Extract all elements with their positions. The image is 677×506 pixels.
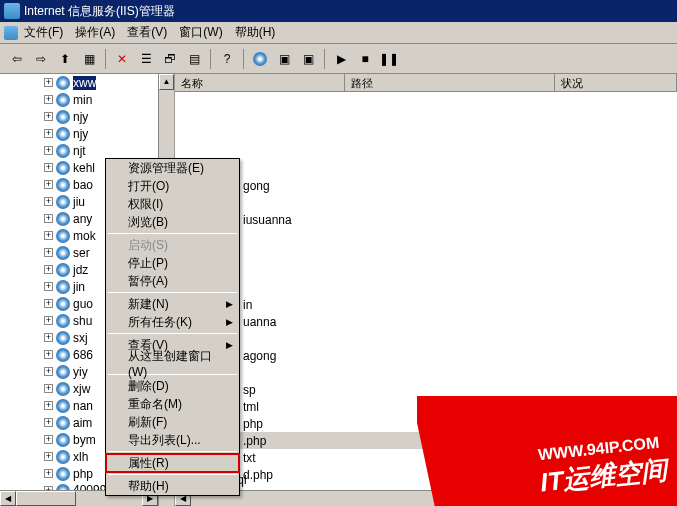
menu-item[interactable]: 新建(N)▶ xyxy=(106,295,239,313)
menu-item[interactable]: 停止(P) xyxy=(106,254,239,272)
forward-button[interactable]: ⇨ xyxy=(30,48,52,70)
expand-icon[interactable]: + xyxy=(44,384,53,393)
list-text: d.php xyxy=(243,468,273,482)
expand-icon[interactable]: + xyxy=(44,197,53,206)
list-item[interactable] xyxy=(175,279,677,296)
site-icon xyxy=(56,212,70,226)
menu-window[interactable]: 窗口(W) xyxy=(179,24,222,41)
menu-item[interactable]: 导出列表(L)... xyxy=(106,431,239,449)
menu-item[interactable]: 资源管理器(E) xyxy=(106,159,239,177)
site-icon xyxy=(56,331,70,345)
menu-label: 所有任务(K) xyxy=(128,314,192,331)
menu-help[interactable]: 帮助(H) xyxy=(235,24,276,41)
tree-item[interactable]: +xww xyxy=(0,74,174,91)
tree-item[interactable]: +njy xyxy=(0,125,174,142)
list-item[interactable]: in xyxy=(175,296,677,313)
expand-icon[interactable]: + xyxy=(44,418,53,427)
expand-icon[interactable]: + xyxy=(44,180,53,189)
expand-icon[interactable]: + xyxy=(44,78,53,87)
properties-button[interactable]: ☰ xyxy=(135,48,157,70)
expand-icon[interactable]: + xyxy=(44,112,53,121)
expand-icon[interactable]: + xyxy=(44,367,53,376)
site-icon xyxy=(56,433,70,447)
list-item[interactable] xyxy=(175,262,677,279)
menu-item[interactable]: 从这里创建窗口(W) xyxy=(106,354,239,372)
menu-file[interactable]: 文件(F) xyxy=(24,24,63,41)
expand-icon[interactable]: + xyxy=(44,333,53,342)
list-item[interactable] xyxy=(175,160,677,177)
list-item[interactable] xyxy=(175,143,677,160)
menu-item[interactable]: 浏览(B) xyxy=(106,213,239,231)
menu-item[interactable]: 所有任务(K)▶ xyxy=(106,313,239,331)
expand-icon[interactable]: + xyxy=(44,248,53,257)
list-item[interactable] xyxy=(175,330,677,347)
expand-icon[interactable]: + xyxy=(44,350,53,359)
site-icon xyxy=(56,416,70,430)
tree-label: bym xyxy=(73,433,96,447)
expand-icon[interactable]: + xyxy=(44,214,53,223)
list-item[interactable]: agong xyxy=(175,347,677,364)
expand-icon[interactable]: + xyxy=(44,265,53,274)
action2-button[interactable]: ▣ xyxy=(297,48,319,70)
stop-button[interactable]: ■ xyxy=(354,48,376,70)
menu-item[interactable]: 权限(I) xyxy=(106,195,239,213)
expand-icon[interactable]: + xyxy=(44,316,53,325)
list-item[interactable] xyxy=(175,126,677,143)
col-status[interactable]: 状况 xyxy=(555,74,677,91)
list-item[interactable] xyxy=(175,109,677,126)
scroll-left-button[interactable]: ◀ xyxy=(0,491,16,506)
tree-label: jdz xyxy=(73,263,88,277)
globe-button[interactable] xyxy=(249,48,271,70)
help-button[interactable]: ? xyxy=(216,48,238,70)
tree-item[interactable]: +njy xyxy=(0,108,174,125)
menu-item[interactable]: 删除(D) xyxy=(106,377,239,395)
scroll-thumb-h[interactable] xyxy=(16,491,76,506)
expand-icon[interactable]: + xyxy=(44,452,53,461)
expand-icon[interactable]: + xyxy=(44,299,53,308)
menu-item[interactable]: 暂停(A) xyxy=(106,272,239,290)
list-item[interactable] xyxy=(175,194,677,211)
list-item[interactable]: gong xyxy=(175,177,677,194)
expand-icon[interactable]: + xyxy=(44,146,53,155)
col-path[interactable]: 路径 xyxy=(345,74,555,91)
export-button[interactable]: ▤ xyxy=(183,48,205,70)
menu-action[interactable]: 操作(A) xyxy=(75,24,115,41)
list-item[interactable] xyxy=(175,364,677,381)
menu-item[interactable]: 刷新(F) xyxy=(106,413,239,431)
menu-label: 属性(R) xyxy=(128,455,169,472)
expand-icon[interactable]: + xyxy=(44,95,53,104)
delete-button[interactable]: ✕ xyxy=(111,48,133,70)
menu-item[interactable]: 重命名(M) xyxy=(106,395,239,413)
play-button[interactable]: ▶ xyxy=(330,48,352,70)
list-text: agong xyxy=(243,349,276,363)
site-icon xyxy=(56,246,70,260)
list-item[interactable]: iusuanna xyxy=(175,211,677,228)
expand-icon[interactable]: + xyxy=(44,401,53,410)
pause-button[interactable]: ❚❚ xyxy=(378,48,400,70)
refresh-button[interactable]: 🗗 xyxy=(159,48,181,70)
back-button[interactable]: ⇦ xyxy=(6,48,28,70)
up-button[interactable]: ⬆ xyxy=(54,48,76,70)
expand-icon[interactable]: + xyxy=(44,469,53,478)
tree-item[interactable]: +njt xyxy=(0,142,174,159)
col-name[interactable]: 名称 xyxy=(175,74,345,91)
list-item[interactable]: uanna xyxy=(175,313,677,330)
expand-icon[interactable]: + xyxy=(44,435,53,444)
expand-icon[interactable]: + xyxy=(44,282,53,291)
tree-item[interactable]: +min xyxy=(0,91,174,108)
app-icon xyxy=(4,3,20,19)
scroll-up-button[interactable]: ▲ xyxy=(159,74,174,90)
list-item[interactable] xyxy=(175,228,677,245)
expand-icon[interactable]: + xyxy=(44,231,53,240)
expand-icon[interactable]: + xyxy=(44,129,53,138)
action1-button[interactable]: ▣ xyxy=(273,48,295,70)
menu-item[interactable]: 打开(O) xyxy=(106,177,239,195)
expand-icon[interactable]: + xyxy=(44,163,53,172)
show-tree-button[interactable]: ▦ xyxy=(78,48,100,70)
list-item[interactable] xyxy=(175,92,677,109)
menu-view[interactable]: 查看(V) xyxy=(127,24,167,41)
menu-item[interactable]: 帮助(H) xyxy=(106,477,239,495)
menu-item[interactable]: 属性(R) xyxy=(106,454,239,472)
site-icon xyxy=(56,348,70,362)
list-item[interactable] xyxy=(175,245,677,262)
